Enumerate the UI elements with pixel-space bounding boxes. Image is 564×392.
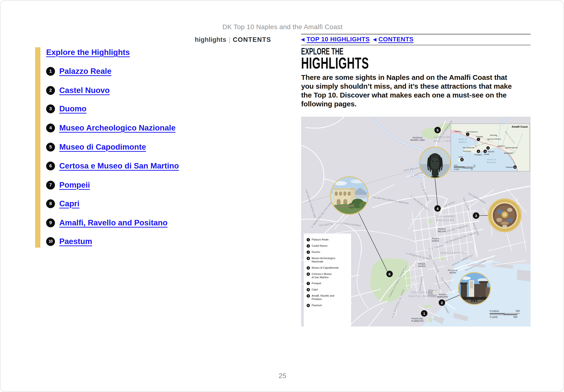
inset-scale-km-max: 10 [473,165,475,166]
inset-marker-9: 9 [477,150,480,153]
toc-link-pompeii[interactable]: Pompeii [59,181,90,190]
legend-badge: 4 [307,257,310,260]
map-legend: 1Palazzo Reale 2Castel Nuovo 3Duomo 4Mus… [304,234,351,326]
legend-label: Certosa e Museo di San Martino [312,272,332,279]
legend-label: Duomo [312,250,320,254]
scale-bar-yards [490,314,517,315]
toc-link-amalfi-ravello-positano[interactable]: Amalfi, Ravello and Positano [59,218,167,227]
nav-link-top10-highlights[interactable]: ◀ TOP 10 HIGHLIGHTS [301,36,370,43]
photo-castel-nuovo [458,272,491,305]
photo-certosa-san-martino [330,176,369,215]
legend-label: Paestum [312,304,322,307]
district-label: TOLEDO AND CASTEL NUOVO [408,291,435,298]
amalfi-coast-inset-map: Amalfi Coast Naples Herculaneum Pompeii … [451,124,530,171]
town-label: Salerno [498,145,505,147]
piazza-label: PIAZZA DEL PLEBISCITO [412,317,424,322]
toc-link-castel-nuovo[interactable]: Castel Nuovo [59,86,110,95]
water-label-gulf-of-naples: Gulf of Naples [459,138,467,143]
header-rule-bottom [301,45,531,45]
piazza-label: PIAZZALE MADRE LANDI [410,137,425,141]
toc-number-badge: 10 [46,237,55,246]
scale-yards-max: 500 [513,316,517,318]
town-label: Amalfi [484,153,489,155]
town-label: Herculaneum [467,131,478,133]
scale-metres-label: 0 metres [490,310,499,312]
toc-number-badge: 8 [46,199,55,208]
town-dot [461,132,461,132]
legend-label: Museo di Capodimonte [312,266,339,269]
toc-number-badge: 3 [46,104,55,113]
toc-number-badge: 5 [46,143,55,152]
toc-link-duomo[interactable]: Duomo [59,104,86,113]
toc-link-museo-capodimonte[interactable]: Museo di Capodimonte [59,142,146,152]
scale-metres-max: 500 [516,310,520,312]
legend-badge: 5 [307,266,310,270]
town-dot [496,136,497,137]
legend-label: Museo Archeologico Nazionale [312,256,335,263]
town-label: Sorrento [463,150,470,152]
legend-badge: 1 [307,238,310,241]
legend-badge: 3 [307,251,310,254]
inset-scale-miles-max: 10 [471,168,473,170]
inset-scale-miles-label: 0 miles [454,168,459,170]
town-label: Pompeii [476,136,483,138]
page-number: 25 [0,372,564,380]
page-nav: ◀ TOP 10 HIGHLIGHTS ◀ CONTENTS [301,36,413,43]
piazza-label: PIAZZA DANTE [432,237,439,242]
town-dot [470,152,471,152]
legend-label: Palazzo Reale [312,238,329,241]
map-scale: 0 metres500 0 yards500 [490,310,520,318]
toc-link-paestum[interactable]: Paestum [59,237,92,246]
article-title: HIGHLIGHTS [301,54,401,72]
town-label: Nocera Inferiore [487,138,501,140]
inset-scale-km-label: 0 km [454,165,457,166]
legend-badge: 9 [307,294,310,298]
inset-marker-7: 7 [477,138,480,141]
legend-label: Capri [312,288,318,291]
ebook-reader-page: DK Top 10 Naples and the Amalfi Coast hi… [0,0,564,392]
map-marker-3: 3 [473,212,479,219]
toc-number-badge: 6 [46,162,55,170]
toc-link-museo-archeologico[interactable]: Museo Archeologico Nazionale [59,123,176,132]
piazza-label: PIAZZA G. BOVIO [448,269,458,274]
inset-marker-8: 8 [460,158,464,161]
scale-bar-metres [490,313,520,314]
legend-badge: 10 [307,304,310,307]
breadcrumb-section: highlights [195,36,226,43]
back-arrow-icon: ◀ [301,37,304,42]
legend-badge: 6 [307,272,310,276]
legend-badge: 2 [307,244,310,248]
toc-panel: Explore the Highlights 1Palazzo Reale 2C… [35,47,217,253]
back-arrow-icon: ◀ [373,37,376,42]
town-label: Pontecagnano [506,147,518,149]
legend-badge: 8 [307,288,310,291]
nav-link-contents[interactable]: ◀ CONTENTS [373,36,413,43]
town-dot [514,152,514,153]
town-label: Ravello [488,151,495,153]
town-label: Naples [454,130,461,132]
toc-number-badge: 2 [46,86,55,95]
town-label: Mercato [490,134,497,136]
water-label-gulf-of-salerno: Gulf of Salerno [487,158,496,164]
inset-scale: 0 km10 0 miles10 [454,165,475,170]
inset-scale-bar-km [454,167,475,167]
town-label: Positano [474,154,482,156]
legend-label: Castel Nuovo [312,244,327,247]
inset-scale-bar-miles [454,168,473,168]
town-dot [473,147,474,148]
toc-link-palazzo-reale[interactable]: Palazzo Reale [59,67,111,76]
legend-label: Amalfi, Ravello and Positano [312,294,334,301]
toc-accent-bar [35,47,40,248]
town-label: Capri [458,156,463,158]
map-marker-6: 6 [386,271,393,277]
toc-number-badge: 7 [46,181,55,190]
toc-number-badge: 9 [46,218,55,227]
legend-label: Pompeii [312,281,321,285]
toc-link-certosa-san-martino[interactable]: Certosa e Museo di San Martino [59,161,179,170]
book-title: DK Top 10 Naples and the Amalfi Coast [0,23,564,31]
inset-marker-10: 10 [513,165,517,169]
district-label: SPACCANAPOLI [440,251,467,255]
toc-link-capri[interactable]: Capri [59,199,79,208]
town-label: Paestum [506,166,513,168]
toc-link-explore-the-highlights[interactable]: Explore the Highlights [46,48,130,57]
